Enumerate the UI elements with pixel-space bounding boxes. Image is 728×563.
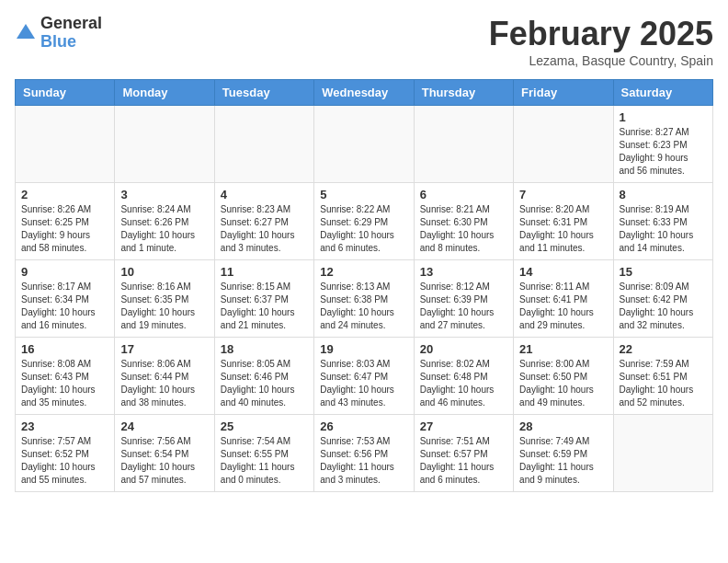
weekday-header-monday: Monday <box>115 80 214 106</box>
day-info: Sunrise: 8:11 AM Sunset: 6:41 PM Dayligh… <box>519 281 607 332</box>
day-info: Sunrise: 8:03 AM Sunset: 6:47 PM Dayligh… <box>320 358 407 409</box>
calendar-cell: 3Sunrise: 8:24 AM Sunset: 6:26 PM Daylig… <box>115 183 214 260</box>
weekday-header-row: SundayMondayTuesdayWednesdayThursdayFrid… <box>16 80 713 106</box>
svg-marker-0 <box>17 24 35 39</box>
calendar-cell: 18Sunrise: 8:05 AM Sunset: 6:46 PM Dayli… <box>214 338 313 415</box>
day-number: 16 <box>21 342 108 356</box>
day-info: Sunrise: 8:19 AM Sunset: 6:33 PM Dayligh… <box>620 203 707 255</box>
day-info: Sunrise: 8:23 AM Sunset: 6:27 PM Dayligh… <box>221 203 308 255</box>
calendar-cell <box>16 106 115 183</box>
calendar-table: SundayMondayTuesdayWednesdayThursdayFrid… <box>15 79 713 492</box>
day-number: 14 <box>519 265 607 279</box>
title-block: February 2025 Lezama, Basque Country, Sp… <box>489 15 713 68</box>
day-info: Sunrise: 8:00 AM Sunset: 6:50 PM Dayligh… <box>519 358 607 409</box>
day-info: Sunrise: 8:13 AM Sunset: 6:38 PM Dayligh… <box>320 281 407 332</box>
weekday-header-sunday: Sunday <box>16 80 115 106</box>
day-number: 19 <box>320 342 407 356</box>
day-number: 2 <box>21 188 108 201</box>
calendar-cell: 13Sunrise: 8:12 AM Sunset: 6:39 PM Dayli… <box>414 260 513 338</box>
weekday-header-friday: Friday <box>514 80 613 106</box>
calendar-cell <box>314 106 414 183</box>
day-info: Sunrise: 7:54 AM Sunset: 6:55 PM Dayligh… <box>221 435 308 487</box>
calendar-cell <box>613 415 712 492</box>
calendar-cell: 24Sunrise: 7:56 AM Sunset: 6:54 PM Dayli… <box>115 415 214 492</box>
day-number: 20 <box>420 342 507 356</box>
day-number: 21 <box>519 342 607 356</box>
day-info: Sunrise: 8:09 AM Sunset: 6:42 PM Dayligh… <box>620 281 707 332</box>
day-number: 27 <box>420 419 507 433</box>
calendar-cell: 19Sunrise: 8:03 AM Sunset: 6:47 PM Dayli… <box>314 338 414 415</box>
calendar-week-row: 23Sunrise: 7:57 AM Sunset: 6:52 PM Dayli… <box>16 415 713 492</box>
day-info: Sunrise: 8:16 AM Sunset: 6:35 PM Dayligh… <box>120 281 208 332</box>
day-number: 10 <box>120 265 208 279</box>
day-info: Sunrise: 8:17 AM Sunset: 6:34 PM Dayligh… <box>21 281 108 332</box>
weekday-header-wednesday: Wednesday <box>314 80 414 106</box>
calendar-cell: 9Sunrise: 8:17 AM Sunset: 6:34 PM Daylig… <box>16 260 115 338</box>
calendar-cell <box>414 106 513 183</box>
day-info: Sunrise: 8:05 AM Sunset: 6:46 PM Dayligh… <box>221 358 308 409</box>
logo-blue: Blue <box>40 33 102 52</box>
day-info: Sunrise: 8:21 AM Sunset: 6:30 PM Dayligh… <box>420 203 507 255</box>
day-info: Sunrise: 8:08 AM Sunset: 6:43 PM Dayligh… <box>21 358 108 409</box>
day-info: Sunrise: 8:15 AM Sunset: 6:37 PM Dayligh… <box>221 281 308 332</box>
day-number: 28 <box>519 419 607 433</box>
logo-text: General Blue <box>40 15 102 52</box>
day-number: 13 <box>420 265 507 279</box>
calendar-cell: 25Sunrise: 7:54 AM Sunset: 6:55 PM Dayli… <box>214 415 313 492</box>
calendar-cell: 20Sunrise: 8:02 AM Sunset: 6:48 PM Dayli… <box>414 338 513 415</box>
day-number: 4 <box>221 188 308 201</box>
logo-icon <box>15 22 37 44</box>
day-info: Sunrise: 8:06 AM Sunset: 6:44 PM Dayligh… <box>120 358 208 409</box>
day-number: 11 <box>221 265 308 279</box>
location: Lezama, Basque Country, Spain <box>489 53 713 68</box>
calendar-cell: 27Sunrise: 7:51 AM Sunset: 6:57 PM Dayli… <box>414 415 513 492</box>
calendar-cell: 11Sunrise: 8:15 AM Sunset: 6:37 PM Dayli… <box>214 260 313 338</box>
calendar-cell: 23Sunrise: 7:57 AM Sunset: 6:52 PM Dayli… <box>16 415 115 492</box>
calendar-cell: 1Sunrise: 8:27 AM Sunset: 6:23 PM Daylig… <box>613 106 712 183</box>
calendar-cell: 21Sunrise: 8:00 AM Sunset: 6:50 PM Dayli… <box>514 338 613 415</box>
logo: General Blue <box>15 15 102 52</box>
day-number: 12 <box>320 265 407 279</box>
day-number: 7 <box>519 188 607 201</box>
calendar-cell: 26Sunrise: 7:53 AM Sunset: 6:56 PM Dayli… <box>314 415 414 492</box>
day-number: 9 <box>21 265 108 279</box>
day-number: 22 <box>620 342 707 356</box>
calendar-cell: 10Sunrise: 8:16 AM Sunset: 6:35 PM Dayli… <box>115 260 214 338</box>
weekday-header-saturday: Saturday <box>613 80 712 106</box>
calendar-cell <box>115 106 214 183</box>
day-info: Sunrise: 7:51 AM Sunset: 6:57 PM Dayligh… <box>420 435 507 487</box>
day-number: 24 <box>120 419 208 433</box>
calendar-cell: 15Sunrise: 8:09 AM Sunset: 6:42 PM Dayli… <box>613 260 712 338</box>
day-number: 8 <box>620 188 707 201</box>
day-info: Sunrise: 8:24 AM Sunset: 6:26 PM Dayligh… <box>120 203 208 255</box>
day-number: 26 <box>320 419 407 433</box>
calendar-cell: 12Sunrise: 8:13 AM Sunset: 6:38 PM Dayli… <box>314 260 414 338</box>
calendar-cell: 4Sunrise: 8:23 AM Sunset: 6:27 PM Daylig… <box>214 183 313 260</box>
calendar-cell: 28Sunrise: 7:49 AM Sunset: 6:59 PM Dayli… <box>514 415 613 492</box>
day-info: Sunrise: 7:57 AM Sunset: 6:52 PM Dayligh… <box>21 435 108 487</box>
day-number: 1 <box>620 110 707 124</box>
calendar-cell: 2Sunrise: 8:26 AM Sunset: 6:25 PM Daylig… <box>16 183 115 260</box>
calendar-week-row: 2Sunrise: 8:26 AM Sunset: 6:25 PM Daylig… <box>16 183 713 260</box>
calendar-cell: 6Sunrise: 8:21 AM Sunset: 6:30 PM Daylig… <box>414 183 513 260</box>
day-number: 25 <box>221 419 308 433</box>
calendar-cell: 22Sunrise: 7:59 AM Sunset: 6:51 PM Dayli… <box>613 338 712 415</box>
weekday-header-tuesday: Tuesday <box>214 80 313 106</box>
month-title: February 2025 <box>489 15 713 53</box>
calendar-week-row: 16Sunrise: 8:08 AM Sunset: 6:43 PM Dayli… <box>16 338 713 415</box>
day-number: 5 <box>320 188 407 201</box>
day-info: Sunrise: 7:56 AM Sunset: 6:54 PM Dayligh… <box>120 435 208 487</box>
logo-general: General <box>40 15 102 33</box>
calendar-cell <box>514 106 613 183</box>
day-info: Sunrise: 8:26 AM Sunset: 6:25 PM Dayligh… <box>21 203 108 255</box>
calendar-week-row: 9Sunrise: 8:17 AM Sunset: 6:34 PM Daylig… <box>16 260 713 338</box>
day-info: Sunrise: 7:53 AM Sunset: 6:56 PM Dayligh… <box>320 435 407 487</box>
calendar-cell: 8Sunrise: 8:19 AM Sunset: 6:33 PM Daylig… <box>613 183 712 260</box>
day-number: 6 <box>420 188 507 201</box>
day-info: Sunrise: 8:12 AM Sunset: 6:39 PM Dayligh… <box>420 281 507 332</box>
day-number: 15 <box>620 265 707 279</box>
day-info: Sunrise: 7:49 AM Sunset: 6:59 PM Dayligh… <box>519 435 607 487</box>
calendar-cell: 16Sunrise: 8:08 AM Sunset: 6:43 PM Dayli… <box>16 338 115 415</box>
calendar-week-row: 1Sunrise: 8:27 AM Sunset: 6:23 PM Daylig… <box>16 106 713 183</box>
day-info: Sunrise: 8:27 AM Sunset: 6:23 PM Dayligh… <box>620 126 707 178</box>
